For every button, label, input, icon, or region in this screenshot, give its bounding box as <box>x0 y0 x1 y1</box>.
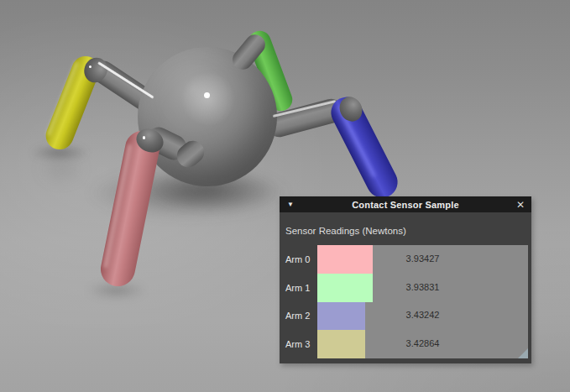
arm2-value: 3.43242 <box>317 311 528 321</box>
arm2-bar-track: 3.43242 <box>317 302 528 331</box>
arm3-label: Arm 3 <box>280 330 317 358</box>
resize-handle-icon[interactable] <box>518 348 528 358</box>
sensor-row-arm2: Arm 2 3.43242 <box>280 302 528 331</box>
arm0-knee-specular-dot <box>143 136 146 139</box>
sensor-row-arm0: Arm 0 3.93427 <box>280 245 528 274</box>
contact-sensor-panel: ▼ Contact Sensor Sample ✕ Sensor Reading… <box>280 196 531 363</box>
arm1-bar-track: 3.93831 <box>317 274 528 302</box>
collapse-triangle-icon[interactable]: ▼ <box>280 201 301 208</box>
arm0-bar-track: 3.93427 <box>317 245 528 274</box>
sensor-bar-chart: Arm 0 3.93427 Arm 1 3.93831 Arm 2 3.4324… <box>280 245 528 358</box>
torso-specular-dot <box>204 92 210 98</box>
sensor-row-arm3: Arm 3 3.42864 <box>280 330 528 358</box>
panel-title-bar[interactable]: ▼ Contact Sensor Sample ✕ <box>280 196 531 212</box>
torso-highlight-halo <box>176 72 240 126</box>
arm3-knee-specular-dot <box>89 65 92 68</box>
arm1-value: 3.93831 <box>317 282 528 292</box>
arm2-label: Arm 2 <box>280 302 317 331</box>
arm0-value: 3.93427 <box>317 253 528 264</box>
panel-title: Contact Sensor Sample <box>301 200 510 210</box>
close-icon[interactable]: ✕ <box>510 199 531 211</box>
yellow-leg-reflection <box>40 156 82 181</box>
simulation-viewport[interactable]: ▼ Contact Sensor Sample ✕ Sensor Reading… <box>0 0 570 392</box>
arm0-label: Arm 0 <box>280 245 317 274</box>
section-label: Sensor Readings (Newtons) <box>285 226 406 236</box>
sensor-row-arm1: Arm 1 3.93831 <box>280 274 528 302</box>
arm3-bar-track: 3.42864 <box>317 330 528 358</box>
arm3-value: 3.42864 <box>317 338 528 348</box>
arm1-label: Arm 1 <box>280 274 317 302</box>
